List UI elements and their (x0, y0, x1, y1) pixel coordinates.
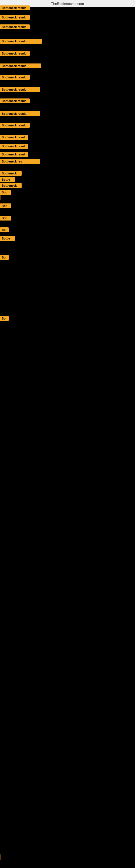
bottleneck-badge-row: Bottleneck result (0, 15, 30, 21)
bottleneck-result-badge[interactable]: Bot (0, 190, 11, 195)
bottleneck-badge-row: Bo (0, 316, 9, 322)
bottleneck-result-badge[interactable]: Bottleneck (0, 171, 21, 176)
bottleneck-badge-row: Bot (0, 216, 11, 222)
bottleneck-result-badge[interactable]: Bottle (0, 177, 15, 182)
vertical-line-marker (1, 195, 1, 200)
bottleneck-badge-row: Bottleneck result (0, 63, 41, 69)
bottleneck-result-badge[interactable]: Bottleneck resul (0, 152, 28, 157)
bottleneck-result-badge[interactable]: Bottleneck res (0, 159, 40, 164)
bottleneck-result-badge[interactable]: Bottle (0, 236, 15, 241)
bottleneck-result-badge[interactable]: Bottleneck result (0, 98, 30, 103)
bottleneck-badge-row: Bottleneck result (0, 75, 30, 81)
bottleneck-badge-row: Bo (0, 227, 9, 233)
bottleneck-badge-row: Bot (0, 190, 11, 196)
bottleneck-badge-row: Bottleneck result (0, 123, 30, 129)
bottleneck-result-badge[interactable]: Bottleneck result (0, 5, 30, 10)
bottleneck-badge-row: Bottleneck result (0, 39, 42, 45)
bottleneck-badge-row: Bottleneck resul (0, 135, 28, 141)
bottleneck-result-badge[interactable]: Bottleneck result (0, 15, 30, 20)
bottleneck-badge-row: Bottleneck result (0, 98, 30, 104)
bottleneck-result-badge[interactable]: Bottleneck result (0, 111, 40, 116)
vertical-line-marker (1, 855, 1, 860)
bottleneck-badge-row: Bottleneck result (0, 51, 30, 57)
bottleneck-badge-row: Bottleneck resul (0, 152, 28, 158)
bottleneck-result-badge[interactable]: Bottleneck result (0, 51, 30, 56)
bottleneck-result-badge[interactable]: Bot (0, 216, 11, 220)
bottleneck-result-badge[interactable]: Bottleneck resul (0, 135, 28, 140)
bottleneck-result-badge[interactable]: Bo (0, 227, 9, 232)
bottleneck-result-badge[interactable]: Bottleneck resul (0, 144, 28, 149)
bottleneck-badge-row: Bottleneck (0, 171, 21, 177)
bottleneck-result-badge[interactable]: Bottleneck result (0, 63, 41, 68)
bottleneck-result-badge[interactable]: Bottleneck result (0, 39, 42, 44)
bottleneck-badge-row: Bottleneck result (0, 24, 30, 30)
bottleneck-result-badge[interactable]: Bottleneck (0, 183, 21, 188)
bottleneck-badge-row: Bo (0, 255, 9, 261)
bottleneck-badge-row: Bottle (0, 236, 15, 242)
bottleneck-badge-row: Bottle (0, 177, 15, 183)
bottleneck-result-badge[interactable]: Bottleneck result (0, 123, 30, 128)
bottleneck-badge-row: Bottleneck result (0, 87, 40, 93)
bottleneck-badge-row: Bot (0, 204, 11, 209)
bottleneck-badge-row: Bottleneck resul (0, 144, 28, 150)
bottleneck-result-badge[interactable]: Bottleneck result (0, 24, 30, 29)
bottleneck-badge-row: Bottleneck result (0, 5, 30, 11)
bottleneck-result-badge[interactable]: Bot (0, 204, 11, 208)
bottleneck-result-badge[interactable]: Bottleneck result (0, 87, 40, 92)
bottleneck-badge-row: Bottleneck result (0, 111, 40, 117)
bottleneck-result-badge[interactable]: Bottleneck result (0, 75, 30, 80)
bottleneck-result-badge[interactable]: Bo (0, 316, 9, 321)
bottleneck-result-badge[interactable]: Bo (0, 255, 9, 260)
bottleneck-badge-row: Bottleneck res (0, 159, 40, 165)
bottleneck-badge-row: Bottleneck (0, 183, 21, 189)
